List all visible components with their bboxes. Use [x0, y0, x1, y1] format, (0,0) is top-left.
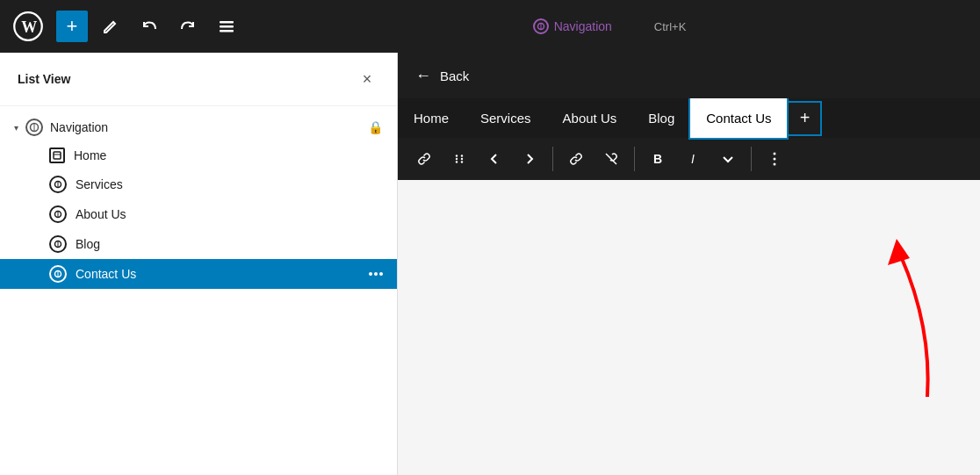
svg-rect-2: [220, 21, 234, 24]
svg-rect-9: [54, 152, 61, 159]
navigation-pill-icon: [533, 18, 549, 34]
navigation-label: Navigation: [554, 19, 612, 33]
nav-editor-contact-us[interactable]: Contact Us: [690, 98, 787, 138]
sidebar-item-contact-us[interactable]: Contact Us: [0, 259, 397, 289]
svg-point-23: [456, 161, 458, 162]
svg-point-27: [774, 158, 776, 161]
services-icon: [49, 176, 67, 193]
chevron-down-toolbar[interactable]: [712, 143, 744, 175]
nav-parent-navigation[interactable]: ▾ Navigation 🔒: [0, 113, 397, 141]
keyboard-shortcut: Ctrl+K: [654, 20, 686, 33]
nav-items-row: Home Services About Us Blog Contact Us +: [398, 98, 980, 138]
main-area: List View × ▾ Navigation 🔒: [0, 53, 980, 475]
sidebar-item-home[interactable]: Home: [0, 141, 397, 169]
nav-editor-about-us[interactable]: About Us: [547, 98, 633, 138]
back-bar: ← Back: [398, 53, 980, 98]
svg-rect-3: [220, 25, 234, 28]
navigation-icon: [25, 119, 43, 136]
sidebar-item-about-us[interactable]: About Us: [0, 199, 397, 229]
link-button[interactable]: [408, 143, 440, 175]
nav-tree: ▾ Navigation 🔒 Home: [0, 106, 397, 475]
bold-button[interactable]: B: [642, 143, 674, 175]
svg-point-26: [774, 153, 776, 155]
about-us-icon: [49, 205, 67, 223]
unlink-button[interactable]: [595, 143, 627, 175]
sidebar-title: List View: [18, 72, 70, 86]
sidebar-item-services[interactable]: Services: [0, 169, 397, 199]
link2-button[interactable]: [560, 143, 592, 175]
home-icon: [49, 148, 65, 163]
sidebar-item-home-label: Home: [74, 148, 106, 162]
sidebar: List View × ▾ Navigation 🔒: [0, 53, 398, 475]
svg-text:W: W: [21, 18, 37, 36]
edit-button[interactable]: [95, 11, 126, 42]
blog-icon: [49, 235, 67, 253]
svg-point-24: [461, 161, 463, 162]
next-button[interactable]: [514, 143, 545, 175]
svg-point-21: [456, 158, 458, 160]
svg-point-22: [461, 158, 463, 160]
svg-rect-4: [220, 30, 234, 32]
nav-editor-home[interactable]: Home: [398, 98, 465, 138]
nav-editor-blog[interactable]: Blog: [632, 98, 690, 138]
redo-button[interactable]: [172, 11, 204, 42]
back-label: Back: [440, 68, 469, 83]
contact-us-options-button[interactable]: [369, 272, 383, 276]
contact-us-icon: [49, 265, 67, 283]
editor-content: ← Back Home Services About Us Blog Conta…: [398, 53, 980, 475]
canvas-area: [398, 180, 980, 475]
sidebar-item-services-label: Services: [76, 177, 123, 191]
top-toolbar: W +: [0, 0, 980, 53]
sidebar-item-about-us-label: About Us: [76, 207, 126, 221]
toolbar-divider-3: [751, 147, 752, 171]
sidebar-item-contact-us-label: Contact Us: [76, 267, 136, 281]
toolbar-divider-2: [634, 147, 635, 171]
more-options-button[interactable]: [759, 143, 790, 175]
nav-editor-services[interactable]: Services: [465, 98, 547, 138]
navigation-pill[interactable]: Navigation: [533, 18, 612, 34]
sidebar-item-blog-label: Blog: [76, 237, 100, 251]
list-view-button[interactable]: [211, 11, 242, 42]
toolbar-center: Navigation Ctrl+K: [249, 18, 969, 34]
nav-editor-bar: Home Services About Us Blog Contact Us +: [398, 98, 980, 138]
undo-button[interactable]: [133, 11, 165, 42]
editor-toolbar: B I: [398, 138, 980, 180]
sidebar-header: List View ×: [0, 53, 397, 106]
lock-icon: 🔒: [368, 120, 383, 134]
italic-button[interactable]: I: [677, 143, 709, 175]
editor-area: Home Services About Us Blog Contact Us +: [398, 98, 980, 475]
nav-add-button[interactable]: +: [787, 101, 822, 136]
svg-point-20: [461, 155, 463, 156]
prev-button[interactable]: [479, 143, 510, 175]
drag-handle-button[interactable]: [443, 143, 475, 175]
toolbar-divider-1: [552, 147, 553, 171]
chevron-down-icon: ▾: [14, 123, 18, 133]
back-arrow-icon[interactable]: ←: [415, 67, 431, 85]
svg-point-19: [456, 155, 458, 156]
sidebar-item-blog[interactable]: Blog: [0, 229, 397, 259]
close-sidebar-button[interactable]: ×: [355, 67, 379, 91]
add-block-button[interactable]: +: [56, 11, 88, 42]
svg-point-28: [774, 163, 776, 166]
wp-logo[interactable]: W: [11, 9, 46, 44]
nav-parent-label: Navigation: [50, 120, 108, 134]
